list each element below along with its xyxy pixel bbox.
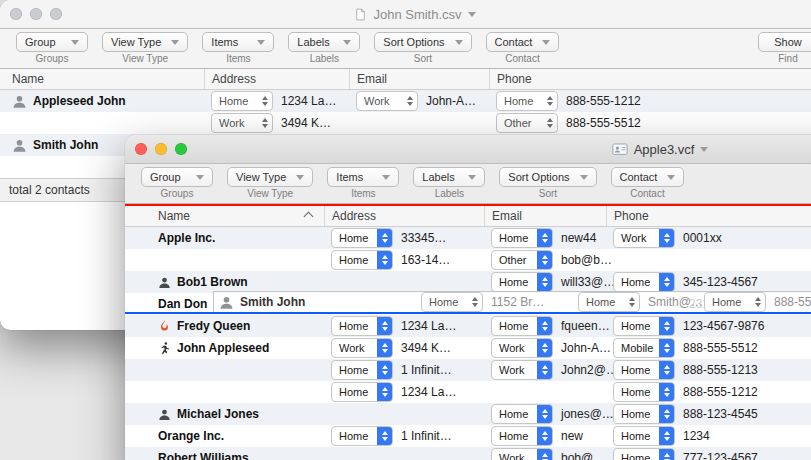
address-label-popup[interactable]: Home bbox=[331, 426, 393, 446]
email-label-popup[interactable]: Home bbox=[491, 272, 553, 292]
toolbar-button-view-type[interactable]: View Type bbox=[227, 167, 313, 187]
phone-value: 123-4567-9876 bbox=[683, 319, 764, 333]
phone-label-popup[interactable]: Home bbox=[496, 91, 558, 111]
email-cell: WorkJohn-A… bbox=[485, 337, 607, 359]
toolbar-button-show[interactable]: Show bbox=[758, 32, 811, 52]
toolbar-button-labels[interactable]: Labels bbox=[288, 32, 360, 52]
email-label-popup[interactable]: Home bbox=[491, 316, 553, 336]
toolbar-button-labels[interactable]: Labels bbox=[413, 167, 485, 187]
table-row-orange-inc-[interactable]: Orange Inc.Home1 Infinit…HomenewHome1234 bbox=[125, 425, 811, 447]
email-label-popup[interactable]: Work bbox=[491, 338, 553, 358]
minimize-button[interactable] bbox=[30, 8, 42, 20]
address-value: 1 Infinit… bbox=[401, 429, 452, 443]
column-header-address[interactable]: Address bbox=[325, 206, 485, 226]
toolbar-button-group[interactable]: Group bbox=[16, 32, 88, 52]
name-cell: Fredy Queen bbox=[125, 315, 325, 337]
table-row[interactable]: Home1234 La…Home888-555-1212 bbox=[125, 381, 811, 403]
drop-indicator-line bbox=[125, 312, 811, 314]
column-header-name[interactable]: Name bbox=[0, 69, 205, 89]
table-row-john-appleseed[interactable]: John AppleseedWork3494 K…WorkJohn-A…Mobi… bbox=[125, 337, 811, 359]
toolbar-button-view-type[interactable]: View Type bbox=[102, 32, 188, 52]
chevron-down-icon bbox=[455, 40, 463, 45]
phone-label-popup[interactable]: Other bbox=[496, 113, 558, 133]
email-label-popup[interactable]: Work bbox=[491, 448, 553, 460]
email-cell: WorkJohn2@… bbox=[485, 359, 607, 381]
phone-label-popup[interactable]: Home bbox=[613, 272, 675, 292]
table-row[interactable]: Home1 Infinit…WorkJohn2@…Home888-555-121… bbox=[125, 359, 811, 381]
title-chevron-down-icon[interactable] bbox=[700, 147, 708, 152]
address-label-popup[interactable]: Home bbox=[331, 360, 393, 380]
address-label-popup[interactable]: Home bbox=[331, 250, 393, 270]
email-label-popup[interactable]: Home bbox=[491, 426, 553, 446]
phone-value: 345-123-4567 bbox=[683, 275, 758, 289]
toolbar-front: GroupGroupsView TypeView TypeItemsItemsL… bbox=[125, 164, 811, 204]
person-icon bbox=[12, 94, 27, 109]
toolbar-button-contact[interactable]: Contact bbox=[611, 167, 685, 187]
zoom-button[interactable] bbox=[175, 143, 187, 155]
phone-label-popup[interactable]: Home bbox=[613, 382, 675, 402]
table-row[interactable]: Home163-14…Otherbob@b… bbox=[125, 249, 811, 271]
toolbar-button-items[interactable]: Items bbox=[202, 32, 274, 52]
phone-label-popup[interactable]: Work bbox=[613, 228, 675, 248]
email-value: bob@… bbox=[561, 451, 605, 460]
phone-label-popup: Home bbox=[704, 292, 766, 312]
address-label-popup[interactable]: Home bbox=[331, 316, 393, 336]
email-label-popup[interactable]: Work bbox=[356, 91, 418, 111]
zoom-button[interactable] bbox=[50, 8, 62, 20]
column-header-email[interactable]: Email bbox=[350, 69, 490, 89]
close-button[interactable] bbox=[10, 8, 22, 20]
table-row-bob1-brown[interactable]: Bob1 BrownHomewill33@…Home345-123-4567 bbox=[125, 271, 811, 293]
column-header-email[interactable]: Email bbox=[485, 206, 607, 226]
table-row[interactable]: Work3494 K…Other888-555-5512 bbox=[0, 112, 811, 134]
toolbar-button-sort-options[interactable]: Sort Options bbox=[374, 32, 471, 52]
table-row-apple-inc-[interactable]: Apple Inc.Home33345…Homenew44Work0001xx bbox=[125, 227, 811, 249]
email-label-popup[interactable]: Home bbox=[491, 404, 553, 424]
table-row-michael-jones[interactable]: Michael JonesHomejones@…Home888-123-4545 bbox=[125, 403, 811, 425]
phone-label-popup[interactable]: Home bbox=[613, 426, 675, 446]
toolbar-button-sort-options[interactable]: Sort Options bbox=[499, 167, 596, 187]
table-row-appleseed-john[interactable]: Appleseed JohnHome1234 La…WorkJohn-A…Hom… bbox=[0, 90, 811, 112]
toolbar-button-group[interactable]: Group bbox=[141, 167, 213, 187]
address-cell bbox=[325, 447, 485, 460]
email-label-popup[interactable]: Other bbox=[491, 250, 553, 270]
address-label-popup[interactable]: Home bbox=[331, 382, 393, 402]
phone-label-popup[interactable]: Home bbox=[613, 316, 675, 336]
address-cell bbox=[325, 403, 485, 425]
column-header-label: Address bbox=[212, 72, 256, 86]
address-label-popup[interactable]: Work bbox=[211, 113, 273, 133]
phone-label-popup[interactable]: Home bbox=[613, 448, 675, 460]
minimize-button[interactable] bbox=[155, 143, 167, 155]
address-label-popup[interactable]: Home bbox=[211, 91, 273, 111]
name-cell: Bob1 Brown bbox=[125, 271, 325, 293]
column-header-phone[interactable]: Phone bbox=[490, 69, 811, 89]
email-label-popup[interactable]: Home bbox=[491, 228, 553, 248]
toolbar-button-contact[interactable]: Contact bbox=[486, 32, 560, 52]
email-cell: Homefqueen… bbox=[485, 315, 607, 337]
close-button[interactable] bbox=[135, 143, 147, 155]
chevron-down-icon bbox=[542, 40, 550, 45]
chevron-down-icon bbox=[667, 175, 675, 180]
phone-cell: Mobile888-555-5512 bbox=[607, 337, 811, 359]
column-header-phone[interactable]: Phone bbox=[607, 206, 811, 226]
email-value: jones@… bbox=[561, 407, 614, 421]
address-label-popup[interactable]: Work bbox=[331, 338, 393, 358]
phone-cell: Home888-555-1212 bbox=[490, 90, 811, 112]
phone-label-popup[interactable]: Home bbox=[613, 404, 675, 424]
column-header-name[interactable]: Name bbox=[125, 206, 325, 226]
toolbar-button-items[interactable]: Items bbox=[327, 167, 399, 187]
toolbar-item-find: ShowFind bbox=[758, 32, 811, 64]
phone-value: 1234 bbox=[683, 429, 710, 443]
table-row-fredy-queen[interactable]: Fredy QueenHome1234 La…Homefqueen…Home12… bbox=[125, 315, 811, 337]
email-cell: Otherbob@b… bbox=[485, 249, 607, 271]
name-cell bbox=[125, 359, 325, 381]
column-header-address[interactable]: Address bbox=[205, 69, 350, 89]
table-row-robert-williams[interactable]: Robert WilliamsWorkbob@…Home777-123-4567 bbox=[125, 447, 811, 460]
phone-cell: Home888-123-4545 bbox=[607, 403, 811, 425]
address-label-popup[interactable]: Home bbox=[331, 228, 393, 248]
drag-ghost-row[interactable]: Smith John Home 1152 Br… Home Smith@… Ho… bbox=[213, 291, 811, 313]
phone-label-popup[interactable]: Mobile bbox=[613, 338, 675, 358]
phone-label-popup[interactable]: Home bbox=[613, 360, 675, 380]
email-label-popup: Home bbox=[578, 292, 640, 312]
email-label-popup[interactable]: Work bbox=[491, 360, 553, 380]
title-chevron-down-icon[interactable] bbox=[468, 12, 476, 17]
